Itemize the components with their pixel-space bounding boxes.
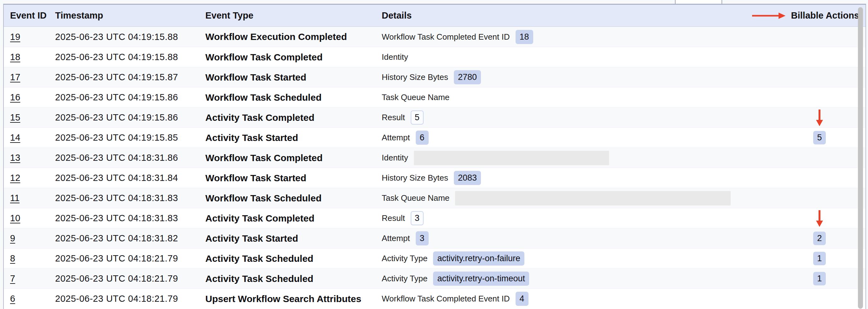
event-type: Upsert Workflow Search Attributes <box>205 294 361 304</box>
table-row[interactable]: 9 2025-06-23 UTC 04:18:31.82 Activity Ta… <box>4 228 866 248</box>
event-type: Activity Task Started <box>205 133 298 143</box>
scrollbar-thumb[interactable] <box>858 7 863 309</box>
table-row[interactable]: 8 2025-06-23 UTC 04:18:21.79 Activity Ta… <box>4 248 866 268</box>
cutoff-control-above-table[interactable] <box>675 0 722 4</box>
header-event-type: Event Type <box>205 5 377 27</box>
event-id-link[interactable]: 19 <box>10 32 20 42</box>
timestamp: 2025-06-23 UTC 04:18:21.79 <box>55 273 178 284</box>
arrow-down-icon <box>814 109 825 127</box>
billable-cell <box>782 47 857 67</box>
event-id-link[interactable]: 13 <box>10 152 20 163</box>
event-id-link[interactable]: 10 <box>10 213 20 224</box>
table-row[interactable]: 6 2025-06-23 UTC 04:18:21.79 Upsert Work… <box>4 288 866 309</box>
billable-cell <box>782 188 857 208</box>
event-type: Workflow Task Completed <box>205 152 322 163</box>
timestamp: 2025-06-23 UTC 04:18:31.83 <box>55 193 178 203</box>
detail-value-badge: activity.retry-on-timeout <box>433 272 529 286</box>
detail-label: Attempt <box>382 133 410 142</box>
billable-cell <box>782 289 857 309</box>
timestamp: 2025-06-23 UTC 04:18:31.84 <box>55 173 178 183</box>
event-type: Workflow Task Started <box>205 173 306 183</box>
billable-cell: 1 <box>782 249 857 268</box>
table-row[interactable]: 7 2025-06-23 UTC 04:18:21.79 Activity Ta… <box>4 268 866 288</box>
detail-label: Identity <box>382 52 408 62</box>
timestamp: 2025-06-23 UTC 04:19:15.86 <box>55 92 178 103</box>
timestamp: 2025-06-23 UTC 04:18:31.82 <box>55 233 178 244</box>
billable-cell <box>782 168 857 188</box>
event-type: Activity Task Scheduled <box>205 253 313 264</box>
header-details: Details <box>382 5 775 27</box>
event-type: Activity Task Scheduled <box>205 273 313 284</box>
table-row[interactable]: 18 2025-06-23 UTC 04:19:15.88 Workflow T… <box>4 47 866 67</box>
billable-count-badge: 5 <box>813 131 826 144</box>
table-row[interactable]: 15 2025-06-23 UTC 04:19:15.86 Activity T… <box>4 107 866 128</box>
billable-cell <box>782 88 857 107</box>
timestamp: 2025-06-23 UTC 04:18:21.79 <box>55 253 178 264</box>
timestamp: 2025-06-23 UTC 04:19:15.88 <box>55 32 178 42</box>
table-row[interactable]: 14 2025-06-23 UTC 04:19:15.85 Activity T… <box>4 128 866 147</box>
event-id-link[interactable]: 7 <box>10 273 15 284</box>
detail-label: Workflow Task Completed Event ID <box>382 294 510 304</box>
billable-count-badge: 1 <box>813 252 826 265</box>
event-type: Workflow Task Scheduled <box>205 193 321 204</box>
timestamp: 2025-06-23 UTC 04:18:31.83 <box>55 213 178 224</box>
detail-label: Result <box>382 113 405 123</box>
table-row[interactable]: 13 2025-06-23 UTC 04:18:31.86 Workflow T… <box>4 147 866 168</box>
event-id-link[interactable]: 8 <box>10 253 15 264</box>
detail-label: History Size Bytes <box>382 72 448 82</box>
detail-value-badge: 3 <box>416 231 429 245</box>
detail-label: Task Queue Name <box>382 93 450 102</box>
event-type: Workflow Task Scheduled <box>205 92 321 103</box>
event-type: Workflow Task Completed <box>205 52 322 63</box>
table-body: 19 2025-06-23 UTC 04:19:15.88 Workflow E… <box>4 27 866 309</box>
event-type: Workflow Task Started <box>205 72 306 83</box>
billable-cell <box>782 67 857 87</box>
table-row[interactable]: 11 2025-06-23 UTC 04:18:31.83 Workflow T… <box>4 188 866 208</box>
table-row[interactable]: 16 2025-06-23 UTC 04:19:15.86 Workflow T… <box>4 87 866 107</box>
arrow-down-icon <box>814 210 825 227</box>
table-row[interactable]: 19 2025-06-23 UTC 04:19:15.88 Workflow E… <box>4 27 866 47</box>
billable-cell <box>782 148 857 168</box>
page-top-strip <box>0 0 868 4</box>
detail-label: Workflow Task Completed Event ID <box>382 32 510 42</box>
event-id-link[interactable]: 6 <box>10 294 15 304</box>
event-type: Workflow Execution Completed <box>205 31 347 42</box>
header-event-id: Event ID <box>10 5 51 27</box>
billable-cell: 2 <box>782 229 857 248</box>
detail-label: Attempt <box>382 234 410 243</box>
table-row[interactable]: 12 2025-06-23 UTC 04:18:31.84 Workflow T… <box>4 168 866 188</box>
timestamp: 2025-06-23 UTC 04:19:15.86 <box>55 112 178 123</box>
detail-value-badge: 18 <box>516 30 533 44</box>
table-row[interactable]: 17 2025-06-23 UTC 04:19:15.87 Workflow T… <box>4 67 866 87</box>
event-id-link[interactable]: 9 <box>10 233 15 244</box>
event-id-link[interactable]: 17 <box>10 72 20 82</box>
event-id-link[interactable]: 11 <box>10 193 20 203</box>
detail-value-badge: activity.retry-on-failure <box>433 251 524 266</box>
arrow-right-icon <box>751 11 786 20</box>
redacted-value-block <box>414 151 609 165</box>
detail-label: Identity <box>382 153 408 163</box>
timestamp: 2025-06-23 UTC 04:19:15.88 <box>55 52 178 62</box>
event-id-link[interactable]: 18 <box>10 52 20 62</box>
header-billable-actions: Billable Actions <box>751 5 859 27</box>
event-id-link[interactable]: 12 <box>10 173 20 183</box>
detail-label: Activity Type <box>382 253 427 263</box>
event-id-link[interactable]: 16 <box>10 92 20 103</box>
detail-label: Result <box>382 213 405 223</box>
detail-label: History Size Bytes <box>382 173 448 183</box>
billable-cell <box>782 108 857 128</box>
event-id-link[interactable]: 15 <box>10 112 20 123</box>
billable-count-badge: 1 <box>813 272 826 285</box>
event-id-link[interactable]: 14 <box>10 133 20 143</box>
table-header-row: Event ID Timestamp Event Type Details Bi… <box>4 5 866 27</box>
header-timestamp: Timestamp <box>55 5 200 27</box>
detail-value-badge: 6 <box>416 131 429 145</box>
detail-value-badge: 2083 <box>454 171 481 185</box>
table-row[interactable]: 10 2025-06-23 UTC 04:18:31.83 Activity T… <box>4 208 866 228</box>
event-history-table: Event ID Timestamp Event Type Details Bi… <box>3 4 866 309</box>
billable-cell <box>782 208 857 228</box>
detail-label: Task Queue Name <box>382 193 450 203</box>
redacted-value-block <box>455 191 731 205</box>
detail-value-badge: 4 <box>516 292 528 306</box>
detail-value-badge: 2780 <box>454 70 481 84</box>
